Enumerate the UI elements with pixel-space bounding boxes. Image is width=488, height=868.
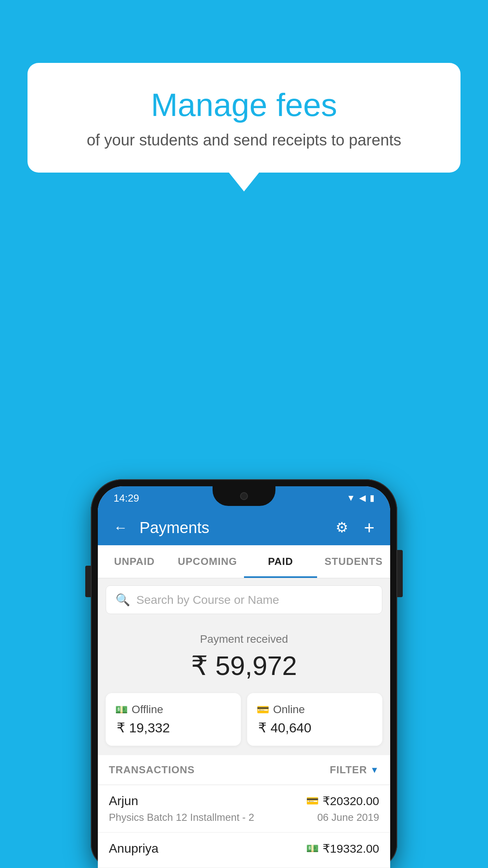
status-bar: 14:29 ▼ ◀ ▮ bbox=[98, 486, 390, 510]
online-label: Online bbox=[273, 703, 305, 716]
search-input[interactable]: Search by Course or Name bbox=[136, 593, 279, 607]
amount-row-1: 💳 ₹20320.00 bbox=[306, 794, 379, 808]
payment-received-label: Payment received bbox=[106, 633, 382, 645]
tab-paid[interactable]: PAID bbox=[244, 545, 317, 578]
filter-icon: ▼ bbox=[370, 765, 379, 775]
card-icon: 💳 bbox=[257, 704, 269, 716]
transaction-date-1: 06 June 2019 bbox=[317, 811, 379, 824]
transaction-amount-2: ₹19332.00 bbox=[323, 842, 379, 855]
tab-upcoming[interactable]: UPCOMING bbox=[171, 545, 244, 578]
search-bar[interactable]: 🔍 Search by Course or Name bbox=[106, 585, 382, 614]
transaction-item[interactable]: Arjun 💳 ₹20320.00 Physics Batch 12 Insta… bbox=[98, 785, 390, 833]
tabs-container: UNPAID UPCOMING PAID STUDENTS bbox=[98, 545, 390, 578]
search-container: 🔍 Search by Course or Name bbox=[98, 578, 390, 621]
back-button[interactable]: ← bbox=[110, 515, 132, 540]
status-icons: ▼ ◀ ▮ bbox=[347, 493, 374, 503]
transactions-label: TRANSACTIONS bbox=[109, 764, 195, 776]
transactions-header: TRANSACTIONS FILTER ▼ bbox=[98, 755, 390, 785]
app-header: ← Payments ⚙ + bbox=[98, 510, 390, 545]
signal-icon: ◀ bbox=[359, 493, 366, 503]
cash-icon: 💵 bbox=[115, 704, 128, 716]
tab-students[interactable]: STUDENTS bbox=[317, 545, 390, 578]
transaction-name-1: Arjun bbox=[109, 794, 138, 808]
battery-icon: ▮ bbox=[370, 493, 374, 503]
payment-cards: 💵 Offline ₹ 19,332 💳 Online ₹ 40,640 bbox=[98, 693, 390, 755]
payment-card-icon-1: 💳 bbox=[306, 795, 319, 807]
transaction-amount-1: ₹20320.00 bbox=[323, 794, 379, 808]
notch bbox=[213, 486, 275, 506]
transaction-name-2: Anupriya bbox=[109, 841, 158, 856]
filter-text: FILTER bbox=[330, 764, 367, 776]
settings-button[interactable]: ⚙ bbox=[332, 515, 352, 540]
payment-summary: Payment received ₹ 59,972 bbox=[98, 621, 390, 693]
speech-bubble-container: Manage fees of your students and send re… bbox=[28, 63, 460, 173]
status-time: 14:29 bbox=[114, 492, 139, 504]
amount-row-2: 💵 ₹19332.00 bbox=[306, 842, 379, 855]
offline-card: 💵 Offline ₹ 19,332 bbox=[106, 693, 241, 746]
payment-total-amount: ₹ 59,972 bbox=[106, 650, 382, 681]
bubble-subtitle: of your students and send receipts to pa… bbox=[59, 131, 429, 149]
page-background: Manage fees of your students and send re… bbox=[0, 0, 488, 868]
offline-amount: ₹ 19,332 bbox=[115, 720, 231, 736]
filter-button[interactable]: FILTER ▼ bbox=[330, 764, 379, 776]
online-amount: ₹ 40,640 bbox=[257, 720, 373, 736]
camera bbox=[240, 492, 248, 500]
online-card: 💳 Online ₹ 40,640 bbox=[247, 693, 382, 746]
speech-bubble: Manage fees of your students and send re… bbox=[28, 63, 460, 173]
bubble-title: Manage fees bbox=[59, 86, 429, 123]
add-button[interactable]: + bbox=[360, 513, 378, 542]
transaction-item-2[interactable]: Anupriya 💵 ₹19332.00 bbox=[98, 833, 390, 868]
header-title: Payments bbox=[139, 519, 324, 537]
phone-device: 14:29 ▼ ◀ ▮ ← Payments ⚙ + bbox=[91, 479, 397, 868]
phone-screen: 14:29 ▼ ◀ ▮ ← Payments ⚙ + bbox=[98, 486, 390, 868]
phone-outer: 14:29 ▼ ◀ ▮ ← Payments ⚙ + bbox=[91, 479, 397, 868]
search-icon: 🔍 bbox=[116, 593, 130, 607]
tab-unpaid[interactable]: UNPAID bbox=[98, 545, 171, 578]
transaction-course-1: Physics Batch 12 Installment - 2 bbox=[109, 811, 254, 824]
payment-cash-icon-2: 💵 bbox=[306, 842, 319, 855]
offline-label: Offline bbox=[132, 703, 163, 716]
wifi-icon: ▼ bbox=[347, 493, 355, 503]
